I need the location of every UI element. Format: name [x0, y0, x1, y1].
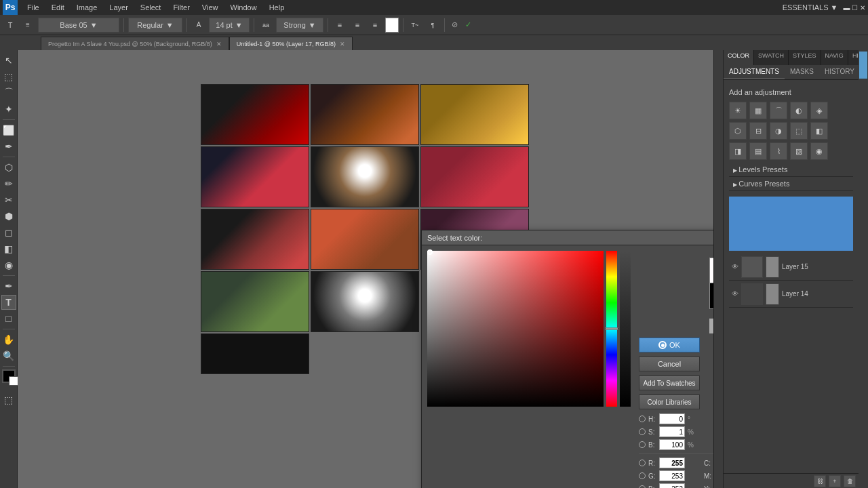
- layer-visibility-15[interactable]: 👁: [732, 263, 738, 270]
- hue-slider[interactable]: [606, 251, 617, 407]
- invert-icon[interactable]: ◨: [729, 142, 747, 160]
- layer-visibility-14[interactable]: 👁: [732, 290, 738, 298]
- panel-add-icon[interactable]: +: [829, 475, 841, 487]
- eyedropper-tool[interactable]: ✒: [1, 139, 16, 154]
- panel-sub-adjustments[interactable]: ADJUSTMENTS: [724, 65, 785, 79]
- brush-tool[interactable]: ✏: [1, 176, 16, 191]
- lasso-tool[interactable]: ⌒: [1, 85, 16, 100]
- radio-r[interactable]: [639, 460, 646, 466]
- patch-tool[interactable]: ⬡: [1, 160, 16, 175]
- input-h[interactable]: [659, 413, 685, 424]
- brightness-icon[interactable]: ☀: [729, 102, 747, 119]
- cancel-transform-icon[interactable]: ⊘: [449, 20, 460, 30]
- close-tab1[interactable]: ✕: [216, 41, 222, 47]
- ok-button[interactable]: OK: [639, 338, 700, 352]
- bw-icon[interactable]: ◑: [770, 122, 787, 140]
- curves-icon[interactable]: ⌒: [770, 102, 787, 119]
- canvas-scrollbar[interactable]: [713, 50, 723, 488]
- text-align-icon[interactable]: ≡: [20, 18, 35, 33]
- selective-color-icon[interactable]: ◉: [810, 142, 828, 160]
- channel-mixer-icon[interactable]: ◧: [810, 122, 828, 140]
- exposure-icon[interactable]: ◐: [790, 102, 808, 119]
- menu-layer[interactable]: Layer: [104, 2, 134, 13]
- gradient-tool[interactable]: ◧: [1, 241, 16, 256]
- menu-file[interactable]: File: [22, 2, 45, 13]
- radio-s[interactable]: [639, 428, 646, 435]
- panel-link-icon[interactable]: ⛓: [814, 475, 826, 487]
- color-balance-icon[interactable]: ⊟: [749, 122, 767, 140]
- levels-presets-item[interactable]: Levels Presets: [729, 163, 853, 177]
- tab-document1[interactable]: Progetto Im A Slave 4 You.psd @ 50% (Bac…: [41, 37, 229, 50]
- crop-tool[interactable]: ⬜: [1, 123, 16, 138]
- menu-select[interactable]: Select: [135, 2, 167, 13]
- color-swatch[interactable]: [385, 18, 399, 33]
- selection-tool[interactable]: ⬚: [1, 69, 16, 84]
- radio-b[interactable]: [639, 441, 646, 448]
- menu-help[interactable]: Help: [264, 2, 290, 13]
- cancel-button[interactable]: Cancel: [639, 357, 700, 371]
- right-scroll-thumb[interactable]: [859, 52, 867, 79]
- right-panel-scrollbar[interactable]: [859, 50, 868, 488]
- warp-text-icon[interactable]: T~: [408, 18, 422, 33]
- antialiasing-dropdown[interactable]: Strong ▼: [276, 18, 323, 33]
- tab-document2[interactable]: Untitled-1 @ 50% (Layer 17, RGB/8) ✕: [229, 37, 353, 50]
- panel-tab-navig[interactable]: NAVIG: [821, 50, 848, 65]
- panel-tab-color[interactable]: COLOR: [724, 50, 754, 65]
- commit-transform-icon[interactable]: ✓: [462, 20, 473, 30]
- hsl-icon[interactable]: ⬡: [729, 122, 747, 140]
- clone-stamp-tool[interactable]: ✂: [1, 192, 16, 207]
- layer-item-14[interactable]: 👁 Layer 14: [729, 281, 853, 308]
- font-style-dropdown[interactable]: Regular ▼: [128, 18, 182, 33]
- add-to-swatches-button[interactable]: Add To Swatches: [639, 375, 700, 390]
- align-right-icon[interactable]: ≡: [368, 18, 382, 33]
- panel-tab-swatch[interactable]: SWATCH: [754, 50, 789, 65]
- quick-mask-mode[interactable]: ⬚: [1, 392, 16, 407]
- font-size-dropdown[interactable]: 14 pt ▼: [209, 18, 250, 33]
- input-g[interactable]: [659, 470, 685, 481]
- curves-presets-item[interactable]: Curves Presets: [729, 177, 853, 191]
- magic-wand-tool[interactable]: ✦: [1, 102, 16, 117]
- zoom-tool[interactable]: 🔍: [1, 348, 16, 363]
- text-tool[interactable]: T: [1, 295, 16, 310]
- gradient-field[interactable]: [427, 251, 604, 407]
- panel-tab-styles[interactable]: STYLES: [789, 50, 821, 65]
- panel-delete-icon[interactable]: 🗑: [844, 475, 856, 487]
- tool-preset-dropdown[interactable]: Base 05 ▼: [38, 18, 119, 33]
- color-gradient-picker[interactable]: [427, 251, 604, 407]
- menu-image[interactable]: Image: [71, 2, 103, 13]
- menu-filter[interactable]: Filter: [167, 2, 195, 13]
- workspace-switcher[interactable]: ESSENTIALS ▼ ▬ ☐ ✕: [783, 3, 865, 12]
- foreground-color[interactable]: [2, 369, 16, 383]
- input-b[interactable]: [659, 439, 685, 450]
- text-tool-icon[interactable]: T: [3, 18, 18, 33]
- photo-filter-icon[interactable]: ⬚: [790, 122, 808, 140]
- input-r[interactable]: [659, 458, 685, 468]
- blur-tool[interactable]: ◉: [1, 258, 16, 272]
- history-brush-tool[interactable]: ⬢: [1, 209, 16, 224]
- panel-sub-masks[interactable]: MASKS: [785, 65, 819, 79]
- layer-item-15[interactable]: 👁 Layer 15: [729, 253, 853, 281]
- align-left-icon[interactable]: ≡: [332, 18, 347, 33]
- levels-icon[interactable]: ▦: [749, 102, 767, 119]
- align-center-icon[interactable]: ≡: [350, 18, 365, 33]
- canvas-area[interactable]: Select text color: ×: [18, 50, 713, 488]
- eraser-tool[interactable]: ◻: [1, 225, 16, 240]
- posterize-icon[interactable]: ▤: [749, 142, 767, 160]
- hand-tool[interactable]: ✋: [1, 332, 16, 347]
- shape-tool[interactable]: □: [1, 311, 16, 326]
- color-libraries-button[interactable]: Color Libraries: [639, 394, 700, 409]
- menu-view[interactable]: View: [197, 2, 224, 13]
- panel-sub-history[interactable]: HISTORY: [819, 65, 860, 79]
- move-tool[interactable]: ↖: [1, 53, 16, 68]
- vibrance-icon[interactable]: ◈: [810, 102, 828, 119]
- radio-b2[interactable]: [639, 485, 646, 488]
- pen-tool[interactable]: ✒: [1, 279, 16, 293]
- radio-h[interactable]: [639, 415, 646, 422]
- menu-window[interactable]: Window: [225, 2, 262, 13]
- alpha-slider[interactable]: [620, 251, 631, 407]
- radio-g[interactable]: [639, 472, 646, 479]
- character-panel-icon[interactable]: ¶: [425, 18, 440, 33]
- threshold-icon[interactable]: ⌇: [770, 142, 787, 160]
- gradient-map-icon[interactable]: ▧: [790, 142, 808, 160]
- input-b2[interactable]: [659, 483, 685, 488]
